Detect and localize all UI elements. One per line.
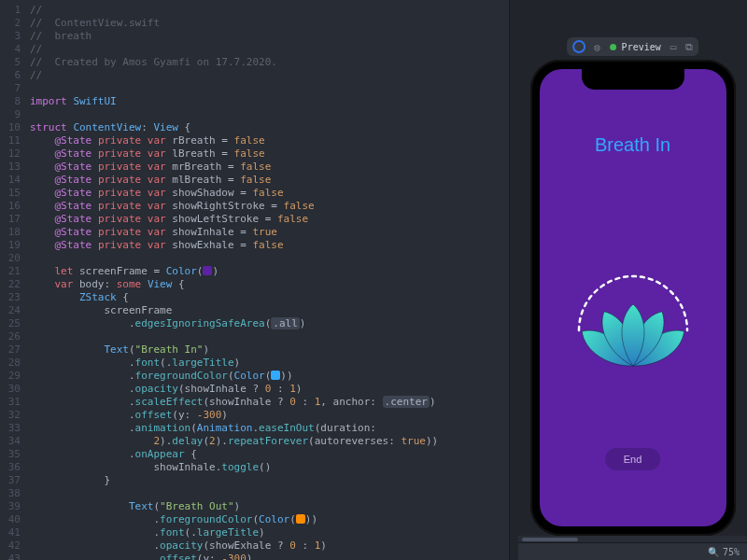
code-area[interactable]: //// ContentView.swift// breath//// Crea…	[30, 4, 438, 560]
code-editor[interactable]: 1234567891011121314151617181920212223242…	[0, 0, 509, 560]
lotus-animation	[568, 265, 698, 396]
line-gutter: 1234567891011121314151617181920212223242…	[0, 4, 30, 560]
horizontal-scrollbar[interactable]	[518, 536, 747, 542]
preview-label: Preview	[622, 42, 661, 52]
zoom-out-icon[interactable]: 🔍	[708, 547, 719, 557]
app-screen[interactable]: Breath In	[540, 69, 726, 526]
live-status-dot	[610, 44, 616, 50]
breath-in-label: Breath In	[595, 134, 670, 156]
device-notch	[582, 69, 684, 90]
preview-statusbar: 🔍 75%	[518, 542, 747, 560]
device-frame: Breath In	[530, 60, 736, 536]
minimap-scrollbar[interactable]	[509, 0, 518, 560]
device-icon[interactable]: ▭	[670, 41, 677, 53]
preview-pane: ◎ Preview ▭ ⧉ Breath In	[518, 0, 747, 560]
duplicate-icon[interactable]: ⧉	[685, 41, 693, 53]
zoom-value: 75%	[723, 547, 740, 557]
zoom-control: 🔍 75%	[708, 547, 740, 557]
live-preview-play-icon[interactable]	[572, 40, 585, 53]
preview-settings-icon[interactable]: ◎	[591, 40, 604, 53]
end-button[interactable]: End	[605, 448, 661, 470]
preview-toolbar: ◎ Preview ▭ ⧉	[567, 37, 699, 56]
